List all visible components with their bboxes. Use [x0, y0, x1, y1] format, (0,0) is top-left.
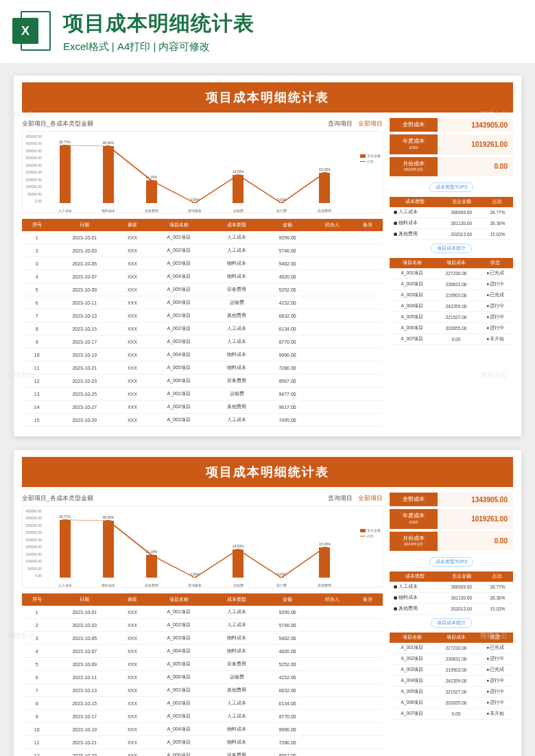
table-row: 22023-10-03XXXA_002项目人工成本5746.00 — [22, 244, 383, 257]
x-category: 其他费用 — [303, 583, 346, 587]
data-label: 0.00% — [276, 198, 286, 202]
x-category: 设计费 — [260, 209, 303, 213]
stat-card: 年度成本20221019261.00 — [390, 509, 513, 528]
cost-chart: 450000.00400000.00350000.00300000.002500… — [22, 506, 383, 588]
data-label: 0.00% — [190, 198, 200, 202]
table-row: 112023-10-21XXXA_005项目物料成本7286.00 — [22, 362, 383, 375]
stat-card: 全部成本1343905.00 — [390, 493, 513, 506]
x-category: 人工成本 — [43, 209, 86, 213]
x-category: 咨询服务 — [173, 583, 216, 587]
bar — [233, 175, 243, 203]
table-row: A_001项目227230.00●已完成 — [390, 268, 513, 279]
table-row: 112023-10-21XXXA_005项目物料成本7286.00 — [22, 736, 383, 749]
banner-subtitle: Excel格式 | A4打印 | 内容可修改 — [63, 40, 523, 54]
filter-value[interactable]: 全部项目 — [358, 495, 383, 501]
data-label: 0.00% — [190, 572, 200, 576]
table-row: A_001项目227230.00●已完成 — [390, 643, 513, 654]
x-category: 咨询服务 — [173, 209, 216, 213]
bar — [319, 173, 330, 203]
chart-legend: 支出金额占比 — [360, 152, 381, 165]
table-row: A_002项目230631.00●进行中 — [390, 279, 513, 290]
col-header: 摘要 — [117, 593, 147, 606]
table-row: 62023-10-11XXXA_006项目运输费4152.00 — [22, 671, 383, 684]
col-header: 日期 — [51, 593, 117, 606]
table-row: 82023-10-15XXXA_002项目人工成本6134.00 — [22, 697, 383, 710]
data-label: 28.36% — [102, 141, 114, 145]
table-row: A_003项目219503.00●已完成 — [390, 290, 513, 300]
table-row: 72023-10-13XXXA_001项目其他费用6832.00 — [22, 309, 383, 322]
table-row: 32023-10-05XXXA_003项目物料成本5402.00 — [22, 632, 383, 645]
bar — [319, 547, 330, 578]
col-header: 日期 — [51, 219, 117, 231]
project-stats-table: 项目名称项目成本状态A_001项目227230.00●已完成A_002项目230… — [390, 633, 513, 720]
chart-legend: 支出金额占比 — [360, 527, 381, 539]
col-header: 备注 — [353, 219, 383, 231]
table-row: 22023-10-03XXXA_002项目人工成本5746.00 — [22, 619, 383, 632]
svg-point-3 — [192, 202, 198, 203]
col-header: 项目名称 — [147, 593, 211, 606]
table-row: 其他费用202013.0015.03% — [390, 603, 513, 614]
svg-point-10 — [192, 577, 198, 578]
stat-card: 月份成本2023年2月0.00 — [390, 532, 513, 551]
stat-card: 年度成本20221019261.00 — [390, 134, 513, 154]
table-row: 其他费用202013.0015.03% — [390, 228, 513, 239]
col-header: 序号 — [22, 219, 51, 231]
main-table: 序号日期摘要项目名称成本类型金额经办人备注12023-10-01XXXA_001… — [22, 593, 383, 756]
data-label: 28.77% — [59, 515, 71, 519]
top3-table: 成本类型支出金额占比人工成本386609.0028.77%物料成本381130.… — [390, 197, 513, 240]
bar — [60, 520, 71, 578]
bar — [103, 146, 114, 203]
table-row: 72023-10-13XXXA_001项目其他费用6832.00 — [22, 684, 383, 697]
filter-label: 查询项目 — [328, 495, 353, 501]
filter-value[interactable]: 全部项目 — [358, 120, 383, 127]
svg-point-12 — [278, 577, 284, 578]
table-row: 12023-10-01XXXA_001项目人工成本9299.00 — [22, 231, 383, 244]
bar — [103, 521, 114, 578]
col-header: 摘要 — [117, 219, 147, 231]
table-row: 102023-10-19XXXA_004项目物料成本9906.00 — [22, 349, 383, 362]
x-category: 物料成本 — [86, 209, 130, 213]
table-row: A_005项目221527.00●进行中 — [390, 686, 513, 697]
table-row: A_007项目0.00●未开始 — [390, 708, 513, 719]
table-row: 122023-10-23XXXA_006项目设备费用8567.00 — [22, 375, 383, 388]
x-category: 物料成本 — [86, 583, 130, 587]
project-stats-table: 项目名称项目成本状态A_001项目227230.00●已完成A_002项目230… — [390, 258, 513, 345]
data-label: 14.00% — [233, 544, 244, 548]
data-label: 11.18% — [145, 550, 157, 554]
x-category: 设备费用 — [130, 583, 173, 587]
cost-chart: 450000.00400000.00350000.00300000.002500… — [22, 131, 383, 213]
table-row: 12023-10-01XXXA_001项目人工成本9299.00 — [22, 606, 383, 619]
stat-card: 全部成本1343905.00 — [390, 118, 513, 132]
x-category: 运输费 — [217, 209, 260, 213]
table-row: A_007项目0.00●未开始 — [390, 333, 513, 344]
bar — [60, 145, 71, 203]
table-row: 102023-10-19XXXA_004项目物料成本9906.00 — [22, 723, 383, 736]
col-header: 成本类型 — [211, 593, 263, 606]
table-row: A_003项目219503.00●已完成 — [390, 664, 513, 675]
stat-card: 月份成本2023年2月0.00 — [390, 157, 513, 176]
banner-title: 项目成本明细统计表 — [63, 10, 523, 38]
table-row: 人工成本386609.0028.77% — [390, 582, 513, 593]
table-row: 142023-10-27XXXA_002项目其他费用9617.00 — [22, 401, 383, 414]
chart-title: 全部项目_各成本类型金额 — [22, 494, 93, 503]
col-header: 项目名称 — [147, 219, 211, 231]
table-row: A_004项目242359.00●进行中 — [390, 675, 513, 686]
x-category: 运输费 — [217, 583, 260, 587]
table-row: 人工成本386609.0028.77% — [390, 207, 513, 218]
data-label: 11.18% — [145, 175, 157, 179]
table-row: 132023-10-25XXXA_001项目运输费9477.00 — [22, 388, 383, 401]
section-pill: 项目成本统计 — [431, 618, 472, 628]
table-row: A_002项目230631.00●进行中 — [390, 653, 513, 664]
table-row: 152023-10-29XXXA_003项目人工成本7495.00 — [22, 414, 383, 427]
data-label: 28.36% — [102, 515, 114, 519]
table-row: 92023-10-17XXXA_003项目人工成本8770.00 — [22, 335, 383, 349]
sheet-title: 项目成本明细统计表 — [22, 457, 513, 487]
table-row: 122023-10-23XXXA_006项目设备费用8567.00 — [22, 749, 383, 757]
x-category: 其他费用 — [303, 209, 346, 213]
page-container: 项目成本明细统计表全部项目_各成本类型金额查询项目 全部项目450000.004… — [0, 63, 535, 756]
table-row: 92023-10-17XXXA_003项目人工成本8770.00 — [22, 710, 383, 723]
data-label: 28.77% — [59, 140, 71, 144]
excel-icon: X — [12, 11, 54, 52]
col-header: 金额 — [263, 593, 312, 606]
table-row: 42023-10-07XXXA_004项目物料成本4826.00 — [22, 270, 383, 283]
